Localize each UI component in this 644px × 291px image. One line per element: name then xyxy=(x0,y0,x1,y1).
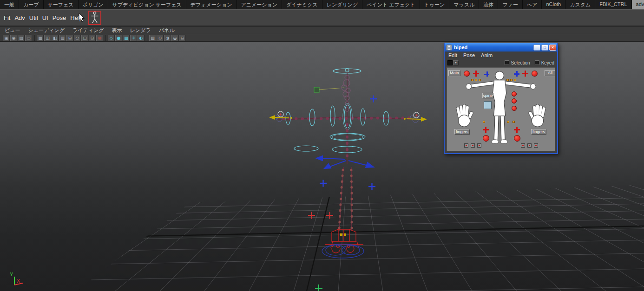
right-foot-mini-button[interactable] xyxy=(534,143,538,148)
grid-icon[interactable]: ▦ xyxy=(37,35,44,41)
image-plane-icon[interactable]: ▭ xyxy=(25,35,32,41)
fingers-right-button[interactable]: fingers xyxy=(531,129,546,135)
left-foot-mini-button[interactable] xyxy=(471,143,475,148)
shelf-button-util[interactable]: Util xyxy=(29,14,38,21)
spine-red-button[interactable] xyxy=(512,91,517,97)
use-all-lights-icon[interactable]: ☼ xyxy=(130,35,137,41)
left-arm-fk-cross-button[interactable] xyxy=(473,71,479,77)
tab-curves[interactable]: カーブ xyxy=(19,0,44,9)
all-button[interactable]: All xyxy=(545,70,555,76)
right-arm-fk-cross-button[interactable] xyxy=(522,71,528,77)
tab-paint-effects[interactable]: ペイント エフェクト xyxy=(362,0,420,9)
gate-mask-icon[interactable]: ▥ xyxy=(59,35,66,41)
resolution-gate-icon[interactable]: ◧ xyxy=(52,35,59,41)
shelf-button-adv[interactable]: Adv xyxy=(14,14,25,21)
panel-menu-view[interactable]: ビュー xyxy=(5,27,20,34)
bookmark-icon[interactable]: ▤ xyxy=(18,35,25,41)
right-arm-key-square[interactable] xyxy=(510,79,513,81)
left-shoulder-plus-button[interactable] xyxy=(484,71,489,77)
safe-title-icon[interactable]: ▢ xyxy=(81,35,88,41)
left-arm-key-square[interactable] xyxy=(479,79,481,81)
left-hand-select-area[interactable] xyxy=(458,106,471,127)
gamma-icon[interactable]: ◒ xyxy=(171,35,178,41)
tab-muscle[interactable]: マッスル xyxy=(449,0,479,9)
smooth-shade-icon[interactable]: ● xyxy=(115,35,122,41)
close-button[interactable]: ✕ xyxy=(549,45,556,51)
tab-toon[interactable]: トゥーン xyxy=(420,0,450,9)
right-leg-red-button[interactable] xyxy=(514,135,520,142)
tab-rendering[interactable]: レンダリング xyxy=(322,0,363,9)
film-gate-icon[interactable]: ◫ xyxy=(44,35,51,41)
main-button[interactable]: Main xyxy=(448,70,460,76)
shelf-button-ui[interactable]: UI xyxy=(42,14,48,21)
biped-menu-edit[interactable]: Edit xyxy=(448,52,457,58)
spine-button[interactable]: spine xyxy=(482,93,493,98)
right-hip-key-square[interactable] xyxy=(513,121,515,123)
left-foot-mini-button[interactable] xyxy=(477,143,481,148)
xray-icon[interactable]: ▨ xyxy=(149,35,156,41)
tab-hair[interactable]: ヘア xyxy=(523,0,542,9)
keyed-checkbox[interactable] xyxy=(535,60,539,65)
right-arm-key-square[interactable] xyxy=(506,79,509,81)
right-leg-fk-cross-button[interactable] xyxy=(514,127,520,133)
select-camera-icon[interactable]: ▣ xyxy=(3,35,10,41)
right-shoulder-plus-button[interactable] xyxy=(514,71,519,77)
snapshot-icon[interactable]: ⊟ xyxy=(179,35,186,41)
tab-deformation[interactable]: デフォメーション xyxy=(186,0,237,9)
tab-custom[interactable]: カスタム xyxy=(565,0,595,9)
right-hip-key-square[interactable] xyxy=(507,121,509,123)
maximize-button[interactable]: □ xyxy=(541,45,548,51)
field-chart-icon[interactable]: ⊞ xyxy=(66,35,73,41)
spine-red-button[interactable] xyxy=(512,98,517,103)
left-arm-key-square[interactable] xyxy=(475,79,477,81)
tab-advanced-skeleton[interactable]: advancedSkeleton xyxy=(632,0,644,9)
textured-icon[interactable]: ▩ xyxy=(123,35,130,41)
tab-subdiv-surfaces[interactable]: サブディビジョン サーフェス xyxy=(108,0,186,9)
frame-selected-icon[interactable]: ⊠ xyxy=(96,35,103,41)
biped-titlebar[interactable]: biped _ □ ✕ xyxy=(445,43,557,52)
isolate-select-icon[interactable]: ⊙ xyxy=(157,35,164,41)
left-arm-key-square[interactable] xyxy=(471,79,473,81)
panel-menu-panels[interactable]: パネル xyxy=(159,27,175,34)
spine-red-button[interactable] xyxy=(512,106,517,111)
tab-dynamics[interactable]: ダイナミクス xyxy=(282,0,322,9)
character-rig[interactable] xyxy=(269,68,427,291)
panel-menu-lighting[interactable]: ライティング xyxy=(72,27,104,34)
tab-polygons[interactable]: ポリゴン xyxy=(79,0,108,9)
biped-menu-anim[interactable]: Anim xyxy=(481,52,493,58)
right-arm-red-button[interactable] xyxy=(532,71,538,77)
fingers-left-button[interactable]: fingers xyxy=(454,129,470,135)
body-select-area[interactable] xyxy=(466,71,536,144)
right-foot-mini-button[interactable] xyxy=(527,143,532,148)
left-hip-key-square[interactable] xyxy=(483,121,485,123)
shelf-button-pose[interactable]: Pose xyxy=(53,14,66,21)
biped-menu-pose[interactable]: Pose xyxy=(463,52,475,58)
panel-menu-shading[interactable]: シェーディング xyxy=(28,27,65,34)
panel-menu-renderer[interactable]: レンダラ xyxy=(130,27,151,34)
pose-combo-field[interactable] xyxy=(447,60,453,65)
left-foot-mini-button[interactable] xyxy=(464,143,468,148)
shadows-icon[interactable]: ◐ xyxy=(138,35,145,41)
tab-ncloth[interactable]: nCloth xyxy=(542,0,565,9)
tab-animation[interactable]: アニメーション xyxy=(237,0,283,9)
panel-menu-show[interactable]: 表示 xyxy=(112,27,122,34)
right-foot-mini-button[interactable] xyxy=(521,143,525,148)
frame-all-icon[interactable]: ⊡ xyxy=(89,35,96,41)
biped-tool-button[interactable] xyxy=(88,11,101,25)
left-leg-fk-cross-button[interactable] xyxy=(483,127,489,133)
exposure-icon[interactable]: ◑ xyxy=(164,35,171,41)
pose-combo-dropdown-icon[interactable]: ▼ xyxy=(453,60,459,65)
tab-surfaces[interactable]: サーフェス xyxy=(44,0,79,9)
tab-fluids[interactable]: 流体 xyxy=(479,0,498,9)
tab-general[interactable]: 一般 xyxy=(0,0,19,9)
left-arm-red-button[interactable] xyxy=(464,71,470,77)
right-hand-select-area[interactable] xyxy=(530,106,544,127)
tab-fbik-ctrl[interactable]: FBIK_CTRL xyxy=(595,0,631,9)
safe-action-icon[interactable]: ○ xyxy=(74,35,81,41)
right-arm-key-square[interactable] xyxy=(514,79,516,81)
shelf-button-fit[interactable]: Fit xyxy=(4,14,10,21)
spine-ik-box-button[interactable] xyxy=(484,101,492,109)
tab-fur[interactable]: ファー xyxy=(498,0,523,9)
wireframe-icon[interactable]: ◇ xyxy=(108,35,115,41)
selection-checkbox[interactable] xyxy=(505,60,509,65)
